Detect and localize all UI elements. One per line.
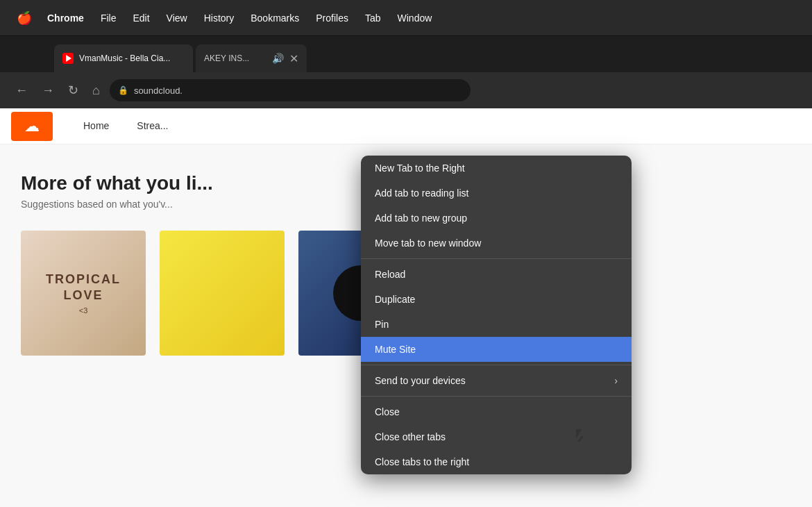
menu-item-add-new-group[interactable]: Add tab to new group xyxy=(361,206,632,231)
menu-item-pin[interactable]: Pin xyxy=(361,312,632,337)
speaker-icon: 🔊 xyxy=(272,53,284,64)
soundcloud-nav: ☁ Home Strea... xyxy=(0,108,812,144)
main-content: ☁ Home Strea... More of what you li... S… xyxy=(0,108,812,507)
separator-3 xyxy=(361,396,632,397)
lock-icon: 🔒 xyxy=(118,85,128,95)
sc-nav-home[interactable]: Home xyxy=(69,108,123,144)
address-bar[interactable]: 🔒 soundcloud. xyxy=(110,79,471,101)
back-button[interactable]: ← xyxy=(11,81,32,101)
separator-1 xyxy=(361,258,632,259)
context-menu: New Tab to the Right Add tab to reading … xyxy=(361,156,632,474)
menubar-view[interactable]: View xyxy=(160,10,194,26)
tab-title: VmanMusic - Bella Cia... xyxy=(79,53,185,63)
menubar-tab[interactable]: Tab xyxy=(358,10,388,26)
menubar-bookmarks[interactable]: Bookmarks xyxy=(244,10,306,26)
menu-item-reload[interactable]: Reload xyxy=(361,262,632,287)
apple-menu[interactable]: 🍎 xyxy=(11,8,37,28)
album-card-yellow[interactable] xyxy=(160,231,285,356)
menu-item-duplicate[interactable]: Duplicate xyxy=(361,287,632,312)
reload-button[interactable]: ↻ xyxy=(64,80,83,101)
menu-item-close[interactable]: Close xyxy=(361,399,632,424)
forward-button[interactable]: → xyxy=(37,81,58,101)
soundcloud-logo-icon: ☁ xyxy=(24,117,40,135)
tab-bar: VmanMusic - Bella Cia... AKEY INS... 🔊 ✕ xyxy=(0,36,812,72)
navigation-bar: ← → ↻ ⌂ 🔒 soundcloud. xyxy=(0,72,812,108)
tab-second-title: AKEY INS... xyxy=(204,53,267,63)
home-button[interactable]: ⌂ xyxy=(88,81,104,101)
tab-active[interactable]: VmanMusic - Bella Cia... xyxy=(54,44,193,72)
album-card-tropical[interactable]: TROPICALLOVE <3 xyxy=(21,231,146,356)
menubar: 🍎 Chrome File Edit View History Bookmark… xyxy=(0,0,812,36)
menu-item-close-right[interactable]: Close tabs to the right xyxy=(361,449,632,474)
send-devices-arrow: › xyxy=(614,375,618,386)
menubar-chrome[interactable]: Chrome xyxy=(40,10,91,26)
address-text: soundcloud. xyxy=(134,85,183,96)
soundcloud-logo: ☁ xyxy=(11,112,53,141)
menu-item-move-new-window[interactable]: Move tab to new window xyxy=(361,231,632,256)
separator-2 xyxy=(361,365,632,365)
menubar-history[interactable]: History xyxy=(197,10,242,26)
menu-item-send-devices[interactable]: Send to your devices › xyxy=(361,368,632,393)
menu-item-mute-site[interactable]: Mute Site xyxy=(361,337,632,362)
tab-favicon xyxy=(62,53,74,64)
menu-item-add-reading-list[interactable]: Add tab to reading list xyxy=(361,181,632,206)
menu-item-new-tab-right[interactable]: New Tab to the Right xyxy=(361,156,632,181)
tab-close-icon[interactable]: ✕ xyxy=(289,52,298,65)
browser-chrome: VmanMusic - Bella Cia... AKEY INS... 🔊 ✕… xyxy=(0,36,812,108)
menubar-profiles[interactable]: Profiles xyxy=(309,10,355,26)
menubar-edit[interactable]: Edit xyxy=(126,10,156,26)
sc-nav-stream[interactable]: Strea... xyxy=(123,108,182,144)
menubar-window[interactable]: Window xyxy=(391,10,439,26)
menubar-file[interactable]: File xyxy=(94,10,124,26)
album-sub-tropical: <3 xyxy=(79,306,88,315)
tab-second[interactable]: AKEY INS... 🔊 ✕ xyxy=(196,44,307,72)
album-title-tropical: TROPICALLOVE xyxy=(46,272,121,304)
menu-item-close-other[interactable]: Close other tabs xyxy=(361,424,632,449)
